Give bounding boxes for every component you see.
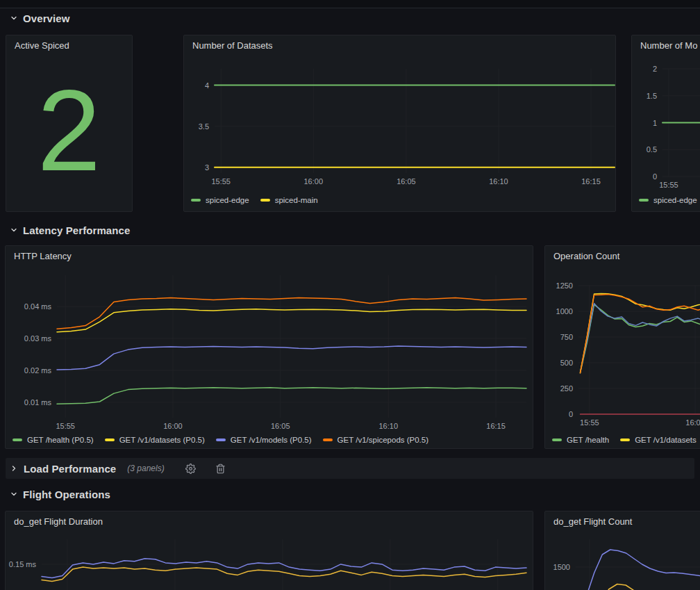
legend-item-label: spiced-edge [206, 196, 249, 204]
svg-text:16:10: 16:10 [378, 422, 398, 430]
legend-swatch [191, 199, 201, 202]
timeseries-chart[interactable]: 15:5500.511.52 [632, 35, 700, 211]
legend-swatch [620, 439, 630, 441]
svg-text:16:00: 16:00 [304, 177, 324, 186]
svg-text:1500: 1500 [553, 563, 570, 571]
chart-legend: spiced-edge [639, 196, 697, 204]
chart-legend: spiced-edgespiced-main [191, 196, 318, 204]
svg-text:0.02 ms: 0.02 ms [24, 366, 52, 375]
top-toolbar-edge [0, 0, 700, 8]
panel-title[interactable]: do_get Flight Duration [14, 516, 103, 527]
svg-text:15:55: 15:55 [211, 177, 231, 186]
chart-legend: GET /healthGET /v1/datasets [552, 436, 697, 444]
row-delete-button[interactable] [215, 464, 226, 474]
legend-item[interactable]: GET /health [552, 436, 609, 444]
legend-item-label: GET /health (P0.5) [27, 436, 94, 444]
panel-title[interactable]: do_get Flight Count [553, 516, 632, 527]
svg-text:750: 750 [560, 333, 573, 341]
legend-item[interactable]: GET /v1/spicepods (P0.5) [323, 436, 428, 444]
svg-text:500: 500 [560, 359, 573, 367]
legend-item-label: spiced-edge [653, 196, 697, 204]
panel-title[interactable]: Active Spiced [15, 40, 69, 51]
panel-count-label: (3 panels) [127, 464, 164, 473]
chart-legend: GET /health (P0.5)GET /v1/datasets (P0.5… [12, 436, 428, 444]
svg-text:16:15: 16:15 [581, 177, 601, 186]
legend-item[interactable]: GET /v1/models (P0.5) [216, 436, 312, 444]
legend-swatch [105, 439, 115, 441]
legend-item-label: GET /v1/datasets (P0.5) [119, 436, 205, 444]
svg-text:0.15 ms: 0.15 ms [9, 560, 37, 568]
chevron-right-icon [10, 464, 18, 473]
section-title: Flight Operations [23, 489, 110, 500]
legend-item[interactable]: GET /v1/datasets (P0.5) [105, 436, 205, 444]
svg-text:1250: 1250 [556, 281, 573, 290]
section-title: Load Performance [24, 463, 116, 475]
legend-swatch [323, 439, 333, 441]
svg-text:16:05: 16:05 [397, 177, 416, 186]
trash-icon [215, 464, 226, 474]
legend-item[interactable]: spiced-edge [191, 196, 249, 204]
section-overview[interactable]: Overview [10, 11, 70, 25]
section-load-performance[interactable]: Load Performance (3 panels) [6, 458, 694, 479]
legend-item-label: spiced-main [275, 196, 318, 204]
svg-text:15:55: 15:55 [56, 422, 75, 430]
svg-text:0.5: 0.5 [647, 145, 657, 154]
legend-swatch [639, 199, 649, 202]
svg-text:2: 2 [653, 65, 657, 73]
svg-text:0.03 ms: 0.03 ms [24, 334, 52, 343]
legend-item[interactable]: GET /v1/datasets [620, 436, 697, 444]
legend-swatch [260, 199, 270, 202]
panel-operation-count: Operation Count 15:5516:0002505007501000… [544, 245, 700, 449]
panel-flight-duration: do_get Flight Duration 0.15 ms [5, 511, 533, 590]
legend-swatch [552, 439, 562, 441]
svg-text:250: 250 [560, 384, 573, 393]
legend-item-label: GET /v1/datasets [635, 436, 697, 444]
stat-value: 2 [6, 55, 132, 207]
svg-text:15:55: 15:55 [580, 418, 599, 427]
grafana-dashboard: Overview Active Spiced 2 Number of Datas… [0, 0, 700, 590]
svg-text:0: 0 [653, 172, 657, 181]
timeseries-chart[interactable]: 15:5516:0016:0516:1016:1533.54 [184, 35, 615, 211]
panel-http-latency: HTTP Latency 15:5516:0016:0516:1016:150.… [5, 245, 533, 449]
panel-number-of-datasets: Number of Datasets 15:5516:0016:0516:101… [183, 35, 616, 212]
row-settings-button[interactable] [185, 464, 196, 474]
legend-item[interactable]: spiced-main [260, 196, 318, 204]
timeseries-chart[interactable]: 15:5516:00025050075010001250 [545, 246, 700, 448]
panel-title[interactable]: Operation Count [553, 251, 619, 261]
legend-swatch [216, 439, 226, 441]
svg-text:1.5: 1.5 [647, 92, 657, 100]
svg-text:0.01 ms: 0.01 ms [24, 398, 52, 407]
svg-text:16:05: 16:05 [271, 422, 290, 430]
svg-text:3: 3 [205, 163, 209, 172]
timeseries-chart[interactable]: 15:5516:0016:0516:1016:150.01 ms0.02 ms0… [6, 246, 533, 448]
svg-text:16:15: 16:15 [486, 422, 506, 430]
svg-text:4: 4 [205, 81, 209, 90]
chevron-down-icon [10, 14, 18, 22]
svg-text:1000: 1000 [556, 307, 573, 316]
legend-item-label: GET /v1/models (P0.5) [231, 436, 312, 444]
panel-title[interactable]: HTTP Latency [14, 251, 72, 261]
svg-text:16:10: 16:10 [489, 177, 508, 186]
panel-title[interactable]: Number of Datasets [192, 40, 273, 51]
svg-text:16:00: 16:00 [685, 418, 700, 427]
svg-text:16:00: 16:00 [163, 422, 183, 430]
gear-icon [185, 464, 196, 474]
svg-text:0.04 ms: 0.04 ms [24, 302, 52, 311]
chevron-down-icon [10, 226, 18, 234]
legend-item-label: GET /v1/spicepods (P0.5) [338, 436, 428, 444]
svg-text:0: 0 [569, 410, 573, 418]
panel-active-spiced: Active Spiced 2 [6, 35, 133, 212]
section-flight-operations[interactable]: Flight Operations [10, 487, 110, 501]
panel-number-of-models: Number of Mo 15:5500.511.52 spiced-edge [631, 35, 700, 212]
panel-title[interactable]: Number of Mo [640, 40, 697, 51]
legend-swatch [12, 439, 22, 441]
legend-item[interactable]: GET /health (P0.5) [12, 436, 94, 444]
legend-item-label: GET /health [567, 436, 609, 444]
panel-flight-count: do_get Flight Count 1500 [544, 511, 700, 590]
section-title: Latency Performance [23, 224, 130, 236]
svg-text:1: 1 [653, 119, 657, 127]
svg-text:3.5: 3.5 [199, 122, 209, 131]
section-title: Overview [23, 13, 70, 24]
legend-item[interactable]: spiced-edge [639, 196, 697, 204]
section-latency-performance[interactable]: Latency Performance [10, 223, 130, 237]
